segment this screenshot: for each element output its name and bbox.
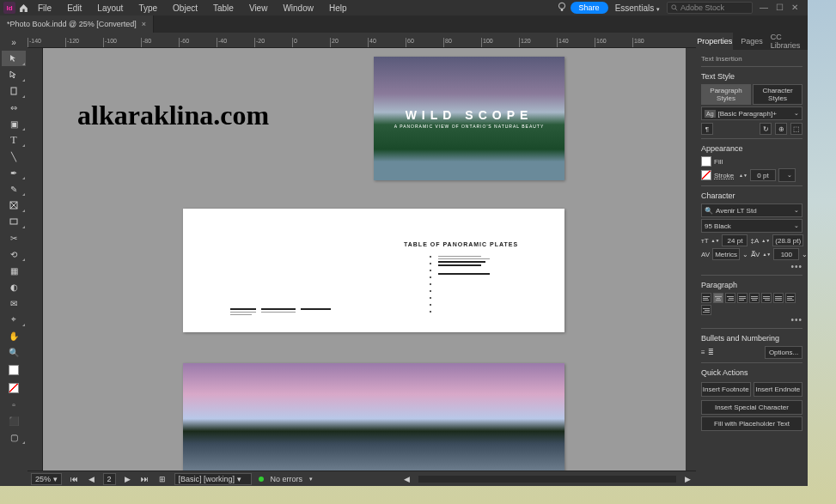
justify-left-icon[interactable]	[737, 293, 748, 303]
scroll-left-icon[interactable]: ◀	[402, 475, 412, 483]
align-left-icon[interactable]	[701, 293, 711, 303]
kerning-input[interactable]	[712, 248, 740, 260]
stroke-label[interactable]: Stroke	[714, 172, 736, 179]
numbered-list-icon[interactable]: ≣	[708, 349, 714, 356]
rectangle-tool-icon[interactable]	[2, 214, 26, 229]
align-right-icon[interactable]	[725, 293, 735, 303]
tracking-stepper[interactable]: ▲▼	[762, 252, 771, 257]
font-weight-select[interactable]: 95 Black⌄	[701, 219, 802, 233]
insert-special-char-button[interactable]: Insert Special Character	[701, 400, 802, 415]
scissors-tool-icon[interactable]: ✂	[2, 230, 26, 246]
preflight-errors[interactable]: No errors	[271, 475, 303, 483]
selection-tool-icon[interactable]	[2, 51, 26, 66]
open-icon[interactable]: ⊞	[157, 475, 168, 483]
gradient-feather-tool-icon[interactable]: ◐	[2, 279, 26, 295]
menu-window[interactable]: Window	[276, 2, 320, 15]
first-page-icon[interactable]: ⏮	[69, 475, 80, 483]
menu-layout[interactable]: Layout	[90, 2, 130, 15]
paragraph-styles-button[interactable]: Paragraph Styles	[701, 84, 751, 105]
rectangle-frame-tool-icon[interactable]	[2, 197, 26, 213]
zoom-level[interactable]: 25% ▾	[31, 473, 62, 485]
last-page-icon[interactable]: ⏭	[139, 475, 150, 483]
scroll-right-icon[interactable]: ▶	[683, 475, 693, 483]
align-towards-spine-icon[interactable]	[785, 293, 796, 303]
pasteboard[interactable]: alkaraklina.com WILD SCOPE A PANORAMIC V…	[43, 48, 686, 471]
tab-pages[interactable]: Pages	[733, 33, 770, 50]
scrollbar-horizontal[interactable]	[418, 476, 676, 483]
insert-footnote-button[interactable]: Insert Footnote	[701, 382, 751, 397]
document-tab[interactable]: *Photo Book.indd @ 25% [Converted] ×	[0, 15, 154, 33]
character-more-icon[interactable]: •••	[701, 262, 802, 271]
justify-all-icon[interactable]	[773, 293, 784, 303]
bullets-options-button[interactable]: Options...	[765, 346, 802, 359]
minimize-icon[interactable]: —	[760, 3, 768, 12]
fill-placeholder-button[interactable]: Fill with Placeholder Text	[701, 416, 802, 431]
menu-object[interactable]: Object	[166, 2, 204, 15]
bulb-icon[interactable]	[557, 2, 569, 14]
fill-swatch[interactable]	[2, 361, 26, 380]
leading-stepper[interactable]: ▲▼	[761, 238, 770, 243]
clear-overrides-icon[interactable]: ¶	[701, 123, 713, 135]
stock-search-input[interactable]: Adobe Stock	[667, 2, 753, 14]
gradient-swatch-tool-icon[interactable]: ▦	[2, 263, 26, 278]
expand-tool-icon[interactable]: »	[2, 34, 26, 50]
pencil-tool-icon[interactable]: ✎	[2, 181, 26, 197]
hand-tool-icon[interactable]: ✋	[2, 328, 26, 343]
tracking-input[interactable]	[773, 248, 799, 260]
style-options-icon[interactable]: ⊕	[775, 123, 787, 135]
content-collector-tool-icon[interactable]: ▣	[2, 116, 26, 131]
close-tab-icon[interactable]: ×	[142, 20, 146, 28]
format-container-icon[interactable]: ▫	[2, 397, 26, 412]
paragraph-more-icon[interactable]: •••	[701, 315, 802, 325]
bulleted-list-icon[interactable]: ≡	[701, 349, 705, 356]
stroke-stepper[interactable]: ▲▼	[739, 173, 748, 178]
share-button[interactable]: Share	[571, 2, 608, 14]
page-spread-1[interactable]: WILD SCOPE A PANORAMIC VIEW OF ONTARIO'S…	[374, 57, 564, 180]
character-styles-button[interactable]: Character Styles	[753, 84, 802, 105]
gap-tool-icon[interactable]: ⇔	[2, 100, 26, 115]
stroke-swatch-box[interactable]	[701, 170, 711, 180]
menu-file[interactable]: File	[31, 2, 58, 15]
default-colors-icon[interactable]: ⬛	[2, 413, 26, 428]
type-tool-icon[interactable]: T	[2, 132, 26, 148]
font-size-input[interactable]	[722, 234, 748, 246]
find-style-icon[interactable]: ⬚	[790, 123, 802, 135]
direct-selection-tool-icon[interactable]	[2, 67, 26, 82]
font-family-select[interactable]: 🔍Avenir LT Std⌄	[701, 203, 802, 217]
stroke-style-select[interactable]: ⌄	[778, 168, 796, 182]
view-mode-icon[interactable]: ▢	[2, 429, 26, 445]
align-center-icon[interactable]	[713, 293, 723, 303]
leading-input[interactable]	[772, 234, 803, 246]
menu-edit[interactable]: Edit	[60, 2, 88, 15]
justify-right-icon[interactable]	[761, 293, 772, 303]
master-page-select[interactable]: [Basic] [working] ▾	[174, 473, 252, 485]
size-stepper[interactable]: ▲▼	[711, 238, 720, 243]
page-number[interactable]: 2	[103, 473, 116, 485]
stroke-weight-input[interactable]	[750, 169, 776, 181]
new-style-icon[interactable]: ↻	[760, 123, 772, 135]
scrollbar-vertical[interactable]	[686, 48, 696, 471]
stroke-swatch[interactable]	[2, 380, 26, 396]
justify-center-icon[interactable]	[749, 293, 760, 303]
prev-page-icon[interactable]: ◀	[87, 475, 96, 483]
page-spread-2[interactable]: TABLE OF PANORAMIC PLATES	[183, 209, 564, 332]
menu-table[interactable]: Table	[206, 2, 241, 15]
maximize-icon[interactable]: ☐	[775, 3, 784, 12]
note-tool-icon[interactable]: ✉	[2, 295, 26, 311]
insert-endnote-button[interactable]: Insert Endnote	[754, 382, 803, 397]
line-tool-icon[interactable]: ╲	[2, 149, 26, 164]
page-tool-icon[interactable]	[2, 83, 26, 99]
tab-cc-libraries[interactable]: CC Libraries	[771, 33, 808, 50]
page-spread-3[interactable]	[183, 363, 564, 471]
style-select[interactable]: Ag [Basic Paragraph]+⌄	[701, 106, 802, 120]
close-icon[interactable]: ✕	[790, 3, 799, 12]
eyedropper-tool-icon[interactable]: ⌖	[2, 312, 26, 327]
workspace-switcher[interactable]: Essentials ▾	[610, 2, 665, 15]
menu-view[interactable]: View	[242, 2, 275, 15]
next-page-icon[interactable]: ▶	[123, 475, 132, 483]
pen-tool-icon[interactable]: ✒	[2, 165, 26, 180]
fill-swatch-box[interactable]	[701, 156, 711, 167]
menu-type[interactable]: Type	[131, 2, 164, 15]
align-away-spine-icon[interactable]	[701, 305, 711, 315]
zoom-tool-icon[interactable]: 🔍	[2, 344, 26, 360]
